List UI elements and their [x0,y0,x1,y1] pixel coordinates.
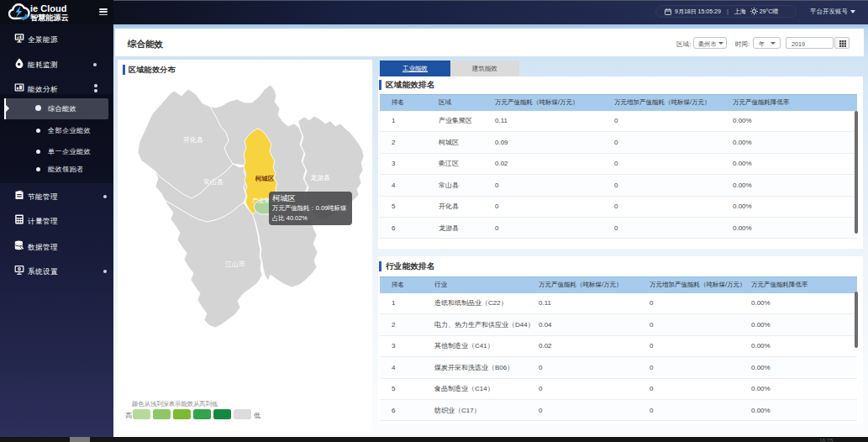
svg-text:柯城区: 柯城区 [255,175,275,182]
svg-text:常山县: 常山县 [203,178,224,186]
svg-text:龙游县: 龙游县 [310,174,330,182]
svg-text:开化县: 开化县 [183,136,203,144]
svg-text:江山市: 江山市 [224,260,245,268]
